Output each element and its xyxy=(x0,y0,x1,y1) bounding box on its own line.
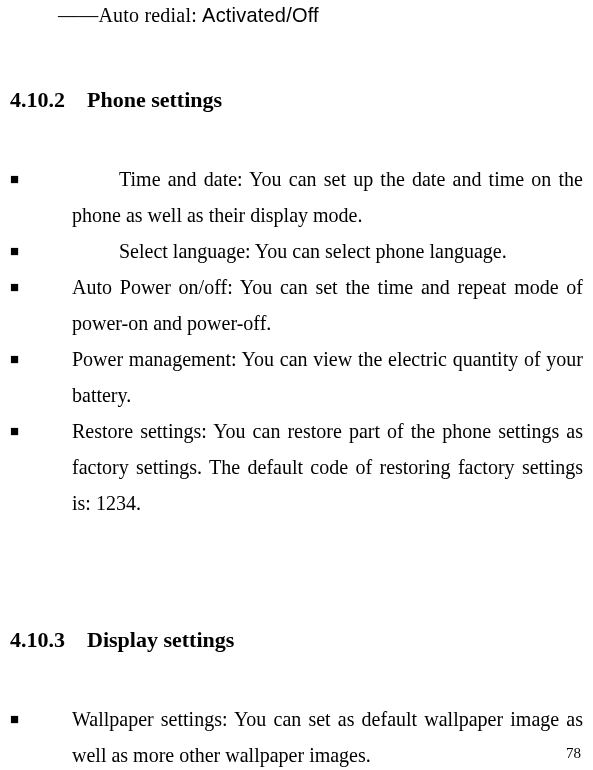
auto-redial-value: Activated/Off xyxy=(202,4,319,26)
list-item-text: Select language: You can select phone la… xyxy=(72,233,583,269)
phone-settings-list: Time and date: You can set up the date a… xyxy=(10,161,583,521)
auto-redial-line: ――Auto redial: Activated/Off xyxy=(58,4,583,27)
list-item: Auto Power on/off: You can set the time … xyxy=(10,269,583,341)
section-heading-phone-settings: 4.10.2 Phone settings xyxy=(10,87,583,113)
section-heading-display-settings: 4.10.3 Display settings xyxy=(10,627,583,653)
list-item-text: Auto Power on/off: You can set the time … xyxy=(72,269,583,341)
list-item: Wallpaper settings: You can set as defau… xyxy=(10,701,583,770)
display-settings-list: Wallpaper settings: You can set as defau… xyxy=(10,701,583,770)
list-item: Time and date: You can set up the date a… xyxy=(10,161,583,233)
dashes-prefix: ―― xyxy=(58,4,98,26)
list-item: Power management: You can view the elect… xyxy=(10,341,583,413)
list-item-text: Power management: You can view the elect… xyxy=(72,341,583,413)
list-item: Restore settings: You can restore part o… xyxy=(10,413,583,521)
list-item-text: Time and date: You can set up the date a… xyxy=(72,161,583,233)
page-number: 78 xyxy=(566,745,581,762)
list-item: Select language: You can select phone la… xyxy=(10,233,583,269)
auto-redial-label: Auto redial: xyxy=(98,4,202,26)
list-item-text: Wallpaper settings: You can set as defau… xyxy=(72,701,583,770)
list-item-text: Restore settings: You can restore part o… xyxy=(72,413,583,521)
